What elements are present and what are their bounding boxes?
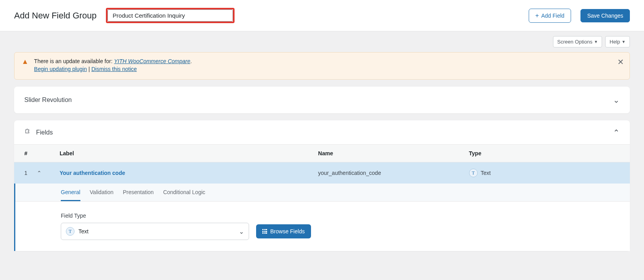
col-header-label: Label [60,150,318,156]
field-editor: General Validation Presentation Conditio… [14,184,630,251]
slider-revolution-panel: Slider Revolution ⌄ [14,87,630,113]
tab-general[interactable]: General [61,189,80,201]
screen-options-button[interactable]: Screen Options ▼ [553,36,602,47]
browse-fields-button[interactable]: Browse Fields [256,224,311,238]
field-type-select[interactable]: T Text ⌄ [61,223,249,240]
col-header-name: Name [318,150,469,156]
field-label-link[interactable]: Your authentication code [60,170,125,176]
slider-panel-title: Slider Revolution [24,96,72,104]
type-icon: T [66,227,75,236]
row-index: 1 [24,170,27,176]
content: ▲ There is an update available for: YITH… [0,52,644,267]
help-label: Help [609,39,620,45]
title-input-highlight [106,8,235,23]
dismiss-notice-link[interactable]: Dismiss this notice [91,66,137,72]
chevron-down-icon: ⌄ [239,228,244,235]
screen-options-label: Screen Options [557,39,593,45]
add-field-button[interactable]: + Add Field [529,9,571,23]
begin-update-link[interactable]: Begin updating plugin [34,66,87,72]
add-field-label: Add Field [541,13,564,19]
field-type-label: Field Type [61,213,620,219]
select-value-wrap: T Text [66,227,89,236]
tab-validation[interactable]: Validation [90,189,113,201]
notice-text-before: There is an update available for: [34,58,114,64]
field-group-title-input[interactable] [107,9,233,22]
row-type-label: Text [481,170,491,176]
plugin-link[interactable]: YITH WooCommerce Compare [114,58,191,64]
secondary-bar: Screen Options ▼ Help ▼ [0,31,644,52]
fields-panel: Fields ⌃ # Label Name Type 1 ⌃ Your auth… [14,120,630,251]
field-tabs: General Validation Presentation Conditio… [15,184,630,202]
tab-presentation[interactable]: Presentation [123,189,154,201]
warning-icon: ▲ [22,58,29,65]
grid-icon [262,229,267,234]
puzzle-icon [24,127,32,137]
plus-icon: + [535,12,539,19]
col-header-number: # [24,150,60,156]
update-notice: ▲ There is an update available for: YITH… [14,52,630,80]
notice-period: . [190,58,192,64]
caret-down-icon: ▼ [622,40,626,44]
type-icon: T [469,169,478,177]
field-type-row: T Text ⌄ Browse Fields [61,223,620,240]
caret-down-icon: ▼ [594,40,598,44]
row-collapse-toggle[interactable]: ⌃ [37,170,42,176]
browse-fields-label: Browse Fields [270,228,305,235]
fields-panel-header[interactable]: Fields ⌃ [14,120,630,144]
chevron-down-icon: ⌄ [613,95,620,105]
notice-body: There is an update available for: YITH W… [34,58,622,74]
page-header: Add New Field Group + Add Field Save Cha… [0,0,644,31]
row-label-cell: Your authentication code [60,170,318,176]
chevron-up-icon: ⌃ [613,128,620,137]
col-header-type: Type [469,150,620,156]
row-type-cell: T Text [469,169,620,177]
notice-sep: | [87,66,91,72]
help-button[interactable]: Help ▼ [605,36,630,47]
close-icon: ✕ [617,58,624,66]
field-type-value: Text [78,228,89,235]
row-number-cell: 1 ⌃ [24,170,60,176]
page-title: Add New Field Group [14,11,96,21]
field-editor-body: Field Type T Text ⌄ [15,202,630,251]
row-name-cell: your_authentication_code [318,170,469,176]
fields-table-header: # Label Name Type [14,144,630,162]
fields-panel-title: Fields [36,129,53,136]
close-notice-button[interactable]: ✕ [617,57,624,67]
fields-title-wrap: Fields [24,127,53,137]
slider-panel-toggle[interactable]: Slider Revolution ⌄ [14,87,630,113]
tab-conditional-logic[interactable]: Conditional Logic [163,189,205,201]
save-changes-button[interactable]: Save Changes [580,9,630,22]
field-row[interactable]: 1 ⌃ Your authentication code your_authen… [14,162,630,184]
